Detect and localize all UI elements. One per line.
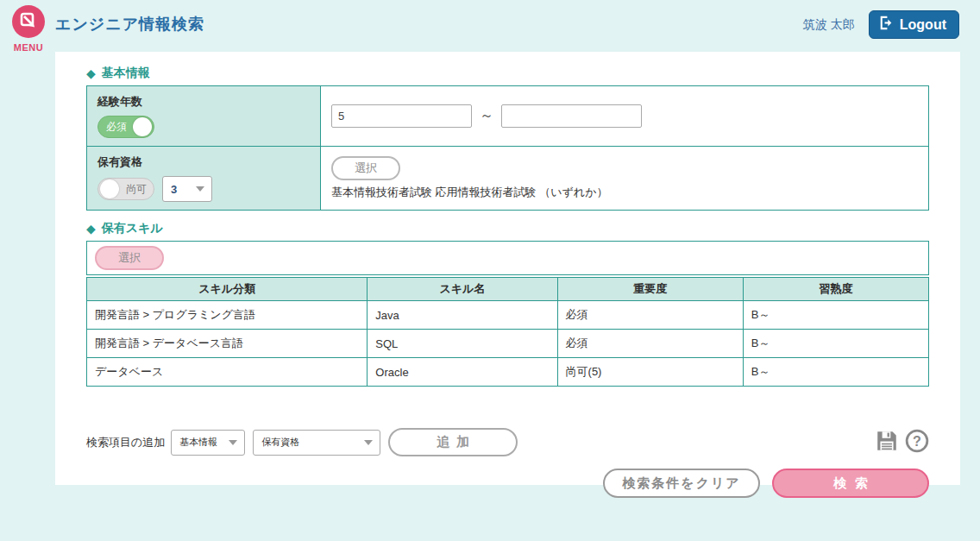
user-name: 筑波 太郎 — [803, 17, 855, 33]
search-panel: ◆ 基本情報 経験年数 必須 ～ 保有資格 — [55, 52, 960, 485]
menu-label: MENU — [7, 42, 50, 53]
qualification-select-button[interactable]: 選択 — [331, 156, 400, 180]
column-header-importance: 重要度 — [557, 278, 743, 301]
qualification-selected-text: 基本情報技術者試験 応用情報技術者試験 （いずれか） — [331, 185, 918, 200]
toggle-off-label: 尚可 — [126, 182, 147, 197]
table-row: 開発言語 > データベース言語 SQL 必須 B～ — [87, 330, 929, 358]
importance-cell: 尚可(5) — [557, 358, 743, 387]
page-title: エンジニア情報検索 — [55, 14, 204, 35]
skill-name-cell: Oracle — [368, 358, 557, 387]
table-row: 開発言語 > プログラミング言語 Java 必須 B～ — [87, 301, 929, 330]
logout-door-icon — [877, 15, 894, 35]
save-icon — [875, 429, 899, 456]
skills-table: スキル分類 スキル名 重要度 習熟度 開発言語 > プログラミング言語 Java… — [86, 277, 929, 387]
qualification-optional-toggle[interactable]: 尚可 — [97, 178, 154, 200]
help-button[interactable]: ? — [905, 429, 929, 456]
chevron-down-icon — [229, 440, 237, 445]
help-icon: ? — [905, 429, 929, 456]
clear-conditions-button[interactable]: 検索条件をクリア — [603, 469, 760, 498]
importance-cell: 必須 — [557, 301, 743, 330]
corner-icons: ? — [875, 429, 929, 456]
skills-section-title: ◆ 保有スキル — [86, 221, 929, 236]
menu-button[interactable]: MENU — [7, 5, 50, 53]
experience-label: 経験年数 — [97, 94, 310, 110]
proficiency-cell: B～ — [743, 330, 928, 358]
chevron-down-icon — [364, 440, 373, 445]
skill-name-cell: SQL — [368, 330, 557, 358]
experience-row: 経験年数 必須 ～ — [87, 86, 928, 146]
logout-label: Logout — [900, 17, 946, 33]
skills-toolbar: 選択 — [86, 241, 929, 275]
skill-category-cell: 開発言語 > データベース言語 — [87, 330, 368, 358]
skills-header-row: スキル分類 スキル名 重要度 習熟度 — [87, 278, 929, 301]
add-button[interactable]: 追加 — [388, 428, 518, 456]
column-header-skill-name: スキル名 — [368, 278, 557, 301]
diamond-icon: ◆ — [86, 222, 96, 236]
experience-to-input[interactable] — [501, 104, 642, 128]
skills-select-button[interactable]: 選択 — [95, 246, 164, 270]
qualification-count-select[interactable]: 3 — [162, 176, 212, 202]
skills-section: ◆ 保有スキル 選択 スキル分類 スキル名 重要度 習熟度 開発言語 > プログ… — [86, 221, 929, 387]
experience-value-cell: ～ — [321, 86, 928, 146]
qualification-row: 保有資格 尚可 3 選択 基本情報技術者試験 応用情報技術者試験 （いずれか） — [87, 146, 928, 210]
menu-icon — [12, 26, 45, 41]
qualification-value-cell: 選択 基本情報技術者試験 応用情報技術者試験 （いずれか） — [321, 147, 928, 210]
qualification-label-cell: 保有資格 尚可 3 — [87, 147, 321, 210]
qualification-label: 保有資格 — [97, 154, 310, 170]
save-button[interactable] — [875, 429, 899, 456]
logout-button[interactable]: Logout — [869, 10, 959, 39]
skill-name-cell: Java — [368, 301, 557, 330]
basic-info-table: 経験年数 必須 ～ 保有資格 尚可 — [86, 85, 929, 211]
importance-cell: 必須 — [557, 330, 743, 358]
search-button[interactable]: 検索 — [772, 469, 929, 498]
criteria-category-select[interactable]: 基本情報 — [171, 430, 245, 456]
column-header-proficiency: 習熟度 — [743, 278, 928, 301]
experience-required-toggle[interactable]: 必須 — [97, 116, 154, 138]
experience-from-input[interactable] — [331, 104, 472, 128]
add-criteria-label: 検索項目の追加 — [86, 435, 165, 450]
criteria-item-select[interactable]: 保有資格 — [253, 430, 380, 456]
skill-category-cell: 開発言語 > プログラミング言語 — [87, 301, 368, 330]
actions-row: 検索条件をクリア 検索 — [86, 469, 929, 498]
toggle-on-label: 必須 — [106, 120, 127, 135]
experience-label-cell: 経験年数 必須 — [87, 86, 321, 146]
range-separator: ～ — [480, 107, 493, 125]
column-header-skill-category: スキル分類 — [87, 278, 368, 301]
table-row: データベース Oracle 尚可(5) B～ — [87, 358, 929, 387]
svg-text:?: ? — [913, 433, 921, 449]
add-criteria-row: 検索項目の追加 基本情報 保有資格 追加 — [86, 428, 929, 456]
basic-info-section-title: ◆ 基本情報 — [86, 66, 929, 81]
toggle-knob — [133, 117, 152, 136]
proficiency-cell: B～ — [743, 301, 928, 330]
proficiency-cell: B～ — [743, 358, 928, 387]
chevron-down-icon — [196, 186, 204, 192]
toggle-knob — [100, 179, 119, 198]
skill-category-cell: データベース — [87, 358, 368, 387]
diamond-icon: ◆ — [86, 66, 96, 80]
header-right: 筑波 太郎 Logout — [803, 10, 959, 39]
